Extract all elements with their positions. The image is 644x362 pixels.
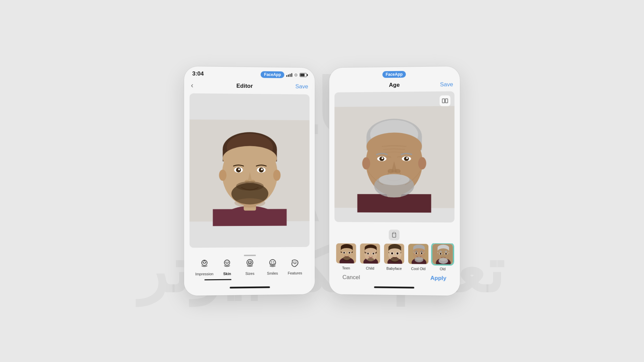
save-button-left[interactable]: Save — [296, 83, 308, 90]
smiles-label: Smiles — [267, 271, 278, 275]
home-indicator-left — [230, 286, 270, 288]
svg-point-30 — [249, 262, 250, 263]
svg-point-20 — [273, 170, 281, 181]
age-teen-img — [335, 243, 357, 264]
svg-point-57 — [362, 157, 370, 170]
svg-point-81 — [373, 253, 374, 254]
compare-button[interactable] — [440, 96, 450, 106]
svg-point-70 — [348, 252, 350, 253]
age-option-coolold[interactable]: Cool Old — [408, 243, 429, 271]
svg-point-92 — [396, 252, 398, 254]
photo-area-right — [334, 91, 454, 222]
apply-button[interactable]: Apply — [430, 275, 446, 282]
svg-point-28 — [247, 259, 253, 265]
impression-label: Impression — [195, 272, 213, 276]
svg-point-26 — [226, 262, 227, 263]
svg-point-113 — [440, 253, 441, 255]
faceapp-badge-left: FaceApp — [261, 71, 284, 78]
status-time: 3:04 — [192, 70, 204, 77]
toolbar-item-skin[interactable]: Skin — [217, 257, 237, 276]
impression-icon — [198, 258, 210, 270]
svg-point-13 — [238, 169, 240, 171]
features-label: Features — [288, 271, 302, 275]
toolbar-item-features[interactable]: Features — [285, 257, 305, 275]
svg-point-103 — [421, 252, 423, 254]
babyface-label: Babyface — [386, 266, 402, 270]
phone-editor: 3:04 FaceApp ⊙ ‹ Editor Save — [184, 66, 315, 296]
child-label: Child — [366, 266, 374, 270]
svg-point-21 — [234, 198, 265, 208]
age-title: Age — [389, 82, 400, 88]
status-icons: FaceApp ⊙ — [261, 71, 307, 78]
sizes-label: Sizes — [246, 272, 255, 276]
battery-icon — [300, 73, 307, 77]
age-option-babyface[interactable]: Babyface — [383, 243, 405, 271]
age-old-img — [432, 243, 453, 265]
old-label: Old — [440, 267, 445, 271]
faceapp-badge-right: FaceApp — [382, 71, 406, 78]
svg-point-114 — [445, 253, 447, 255]
svg-rect-2 — [213, 209, 286, 226]
sizes-icon — [244, 257, 256, 269]
svg-rect-37 — [442, 99, 445, 103]
skin-icon — [221, 257, 233, 269]
age-option-old[interactable]: Old — [432, 243, 453, 271]
age-option-teen[interactable]: Teen — [335, 243, 357, 270]
toolbar-item-impression[interactable]: Impression — [194, 258, 215, 276]
svg-point-31 — [250, 261, 251, 262]
signal-icon — [286, 73, 292, 77]
svg-point-80 — [367, 253, 369, 254]
photo-area-left — [190, 93, 310, 248]
svg-point-23 — [203, 262, 204, 263]
old-man-photo — [334, 101, 454, 213]
svg-point-24 — [205, 262, 206, 263]
svg-point-52 — [406, 157, 408, 159]
svg-point-36 — [296, 261, 297, 262]
skin-label: Skin — [223, 272, 231, 276]
young-man-photo — [190, 115, 310, 226]
wifi-icon: ⊙ — [294, 73, 298, 77]
age-coolold-img — [408, 243, 429, 265]
toolbar-item-sizes[interactable]: Sizes — [240, 257, 260, 276]
active-tab-line — [204, 279, 231, 281]
cancel-button[interactable]: Cancel — [342, 274, 360, 281]
age-options-list: Teen — [334, 243, 454, 271]
age-option-child[interactable]: Child — [359, 243, 381, 270]
save-button-right[interactable]: Save — [440, 81, 453, 88]
status-bar-left: 3:04 FaceApp ⊙ — [184, 66, 315, 81]
scroll-indicator — [244, 255, 256, 256]
svg-point-35 — [293, 261, 294, 262]
age-babyface-img — [383, 243, 405, 264]
status-bar-right: FaceApp — [329, 66, 460, 81]
toolbar-items: Impression Skin — [190, 257, 310, 280]
nav-bar-right: Age Save — [329, 80, 460, 93]
svg-point-102 — [416, 252, 417, 254]
svg-point-33 — [271, 261, 272, 262]
svg-point-91 — [391, 252, 393, 254]
clipboard-icon-btn[interactable] — [389, 230, 399, 240]
phones-container: 3:04 FaceApp ⊙ ‹ Editor Save — [184, 67, 460, 295]
editor-title: Editor — [236, 83, 253, 89]
svg-point-56 — [379, 174, 410, 185]
age-selector-panel: Teen — [334, 226, 454, 282]
back-button[interactable]: ‹ — [191, 81, 193, 90]
age-actions: Cancel Apply — [334, 270, 454, 282]
svg-rect-60 — [393, 232, 395, 234]
svg-point-69 — [343, 252, 345, 253]
toolbar-item-smiles[interactable]: Smiles — [263, 257, 283, 275]
svg-point-34 — [273, 261, 274, 262]
age-child-img — [359, 243, 381, 264]
nav-bar-left: ‹ Editor Save — [184, 80, 315, 95]
svg-point-14 — [261, 169, 263, 171]
svg-rect-38 — [445, 99, 448, 103]
svg-point-19 — [219, 170, 226, 181]
teen-label: Teen — [342, 266, 350, 270]
svg-point-25 — [224, 260, 230, 265]
bottom-sheet-left: Impression Skin — [190, 251, 310, 282]
features-icon — [289, 257, 301, 269]
phone-age: FaceApp Age Save — [329, 66, 460, 296]
svg-point-51 — [381, 157, 383, 159]
svg-point-46 — [367, 132, 422, 160]
svg-point-8 — [223, 146, 277, 171]
smiles-icon — [266, 257, 278, 269]
